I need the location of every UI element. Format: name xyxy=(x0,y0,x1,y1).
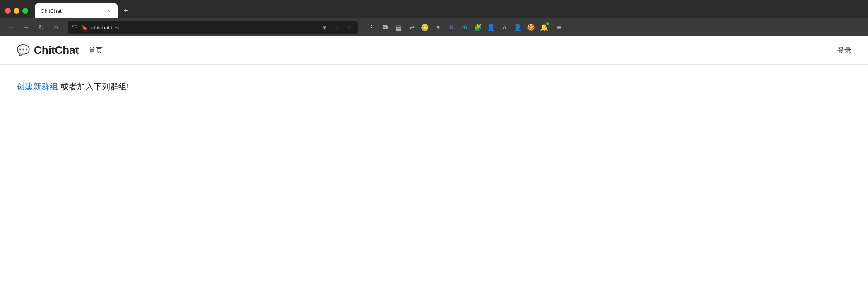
minimize-window-button[interactable] xyxy=(14,8,19,14)
logo-chat-icon: 💬 xyxy=(17,44,30,57)
site-main: 创建新群组 或者加入下列群组! xyxy=(0,65,868,109)
close-window-button[interactable] xyxy=(5,8,11,14)
translate-icon[interactable]: A xyxy=(499,22,510,33)
url-text: chitchat.test xyxy=(91,24,316,31)
maximize-window-button[interactable] xyxy=(22,8,28,14)
reader-view-icon[interactable]: ▤ xyxy=(393,22,404,33)
onenote-icon[interactable]: N xyxy=(446,22,457,33)
hamburger-menu-button[interactable]: ≡ xyxy=(553,22,565,33)
join-groups-text: 或者加入下列群组! xyxy=(58,82,129,91)
browser-toolbar: ← → ↻ ⌂ 🛡 🔖 chitchat.test ⊞ ··· ☆ ⫶ ⧉ ▤ … xyxy=(0,18,868,36)
emoji-icon[interactable]: 😀 xyxy=(419,22,431,33)
library-icon[interactable]: ⫶ xyxy=(366,22,378,33)
user-extension-icon[interactable]: 👤 xyxy=(512,22,523,33)
account-circle-icon[interactable]: 👤 xyxy=(485,22,497,33)
bookmark-icon[interactable]: ☆ xyxy=(345,23,354,32)
new-tab-button[interactable]: + xyxy=(120,5,132,17)
qr-code-icon[interactable]: ⊞ xyxy=(320,23,329,32)
dropdown-icon[interactable]: ▼ xyxy=(432,22,444,33)
browser-tab[interactable]: ChitChat ✕ xyxy=(35,3,118,18)
browser-chrome: ChitChat ✕ + ← → ↻ ⌂ 🛡 🔖 chitchat.test ⊞… xyxy=(0,0,868,36)
tab-label: ChitChat xyxy=(41,8,102,14)
favicon-icon: 🔖 xyxy=(81,24,88,31)
title-bar: ChitChat ✕ + xyxy=(0,0,868,18)
create-group-link[interactable]: 创建新群组 xyxy=(17,82,58,91)
home-nav-link[interactable]: 首页 xyxy=(89,46,103,55)
welcome-text: 创建新群组 或者加入下列群组! xyxy=(17,81,851,92)
cookie-icon[interactable]: 🍪 xyxy=(525,22,537,33)
more-options-icon[interactable]: ··· xyxy=(332,23,341,32)
tabs-bar: ChitChat ✕ + xyxy=(35,3,863,18)
undo-icon[interactable]: ↩ xyxy=(406,22,417,33)
traffic-lights xyxy=(5,8,28,14)
home-button[interactable]: ⌂ xyxy=(50,21,62,34)
page-content: 💬 ChitChat 首页 登录 创建新群组 或者加入下列群组! xyxy=(0,36,868,277)
crop-icon[interactable]: ⧉ xyxy=(379,22,391,33)
puzzle-icon[interactable]: 🧩 xyxy=(472,22,484,33)
reload-button[interactable]: ↻ xyxy=(35,21,47,34)
update-icon[interactable]: 🔔 xyxy=(538,22,550,33)
forward-button[interactable]: → xyxy=(20,21,32,34)
site-header-left: 💬 ChitChat 首页 xyxy=(17,44,103,57)
toolbar-extensions: ⫶ ⧉ ▤ ↩ 😀 ▼ N m 🧩 👤 A 👤 🍪 🔔 xyxy=(366,22,550,33)
shield-icon: 🛡 xyxy=(72,24,78,31)
back-button[interactable]: ← xyxy=(5,21,17,34)
site-header: 💬 ChitChat 首页 登录 xyxy=(0,36,868,65)
address-bar[interactable]: 🛡 🔖 chitchat.test ⊞ ··· ☆ xyxy=(68,21,358,34)
m-extension-icon[interactable]: m xyxy=(459,22,470,33)
tab-close-button[interactable]: ✕ xyxy=(105,7,112,14)
site-logo: 💬 ChitChat xyxy=(17,44,79,57)
login-button[interactable]: 登录 xyxy=(837,46,851,55)
site-name: ChitChat xyxy=(34,44,79,57)
